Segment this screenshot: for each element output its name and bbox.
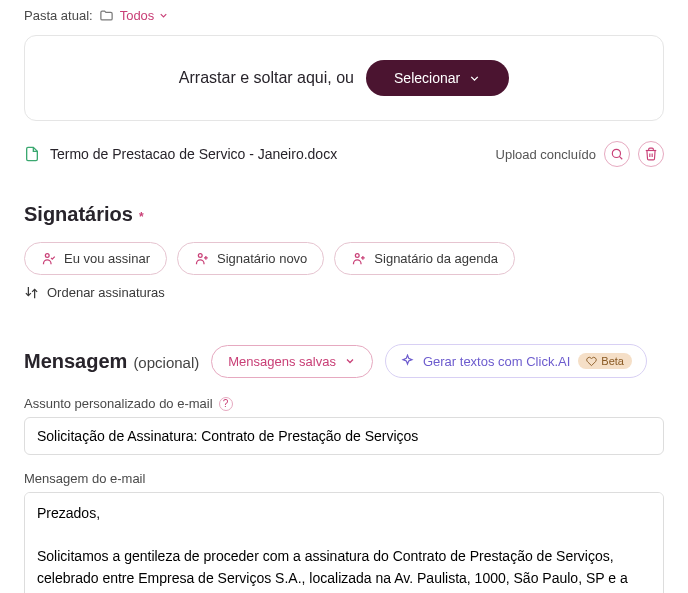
- select-button-label: Selecionar: [394, 70, 460, 86]
- subject-label-text: Assunto personalizado do e-mail: [24, 396, 213, 411]
- signatories-buttons: Eu vou assinar Signatário novo Signatári…: [24, 242, 664, 300]
- folder-icon: [99, 8, 114, 23]
- chevron-down-icon: [158, 10, 169, 21]
- body-textarea[interactable]: [24, 492, 664, 593]
- agenda-signatory-button[interactable]: Signatário da agenda: [334, 242, 515, 275]
- chevron-down-icon: [468, 72, 481, 85]
- delete-button[interactable]: [638, 141, 664, 167]
- required-indicator: *: [139, 210, 144, 224]
- subject-label: Assunto personalizado do e-mail ?: [24, 396, 664, 411]
- new-signatory-button[interactable]: Signatário novo: [177, 242, 324, 275]
- pill-label: Signatário da agenda: [374, 251, 498, 266]
- file-name: Termo de Prestacao de Servico - Janeiro.…: [50, 146, 337, 162]
- dropzone[interactable]: Arrastar e soltar aqui, ou Selecionar: [24, 35, 664, 121]
- chevron-down-icon: [344, 355, 356, 367]
- svg-point-6: [356, 254, 360, 258]
- folder-name: Todos: [120, 8, 155, 23]
- dropzone-text: Arrastar e soltar aqui, ou: [179, 69, 354, 87]
- document-icon: [24, 145, 40, 163]
- beta-badge: Beta: [578, 353, 632, 369]
- ai-label: Gerar textos com Click.AI: [423, 354, 570, 369]
- signatories-heading: Signatários: [24, 203, 133, 226]
- folder-label: Pasta atual:: [24, 8, 93, 23]
- upload-status: Upload concluído: [496, 147, 596, 162]
- select-file-button[interactable]: Selecionar: [366, 60, 509, 96]
- generate-ai-button[interactable]: Gerar textos com Click.AI Beta: [385, 344, 647, 378]
- body-label: Mensagem do e-mail: [24, 471, 664, 486]
- pill-label: Eu vou assinar: [64, 251, 150, 266]
- help-icon[interactable]: ?: [219, 397, 233, 411]
- svg-point-0: [612, 149, 620, 157]
- svg-line-1: [619, 156, 622, 159]
- message-header: Mensagem (opcional) Mensagens salvas Ger…: [24, 344, 664, 378]
- pill-label: Signatário novo: [217, 251, 307, 266]
- folder-breadcrumb: Pasta atual: Todos: [24, 8, 664, 23]
- saved-messages-label: Mensagens salvas: [228, 354, 336, 369]
- preview-button[interactable]: [604, 141, 630, 167]
- saved-messages-button[interactable]: Mensagens salvas: [211, 345, 373, 378]
- message-optional: (opcional): [133, 354, 199, 371]
- uploaded-file-row: Termo de Prestacao de Servico - Janeiro.…: [24, 141, 664, 167]
- beta-text: Beta: [601, 355, 624, 367]
- folder-selector[interactable]: Todos: [120, 8, 170, 23]
- i-will-sign-button[interactable]: Eu vou assinar: [24, 242, 167, 275]
- svg-point-3: [198, 254, 202, 258]
- message-heading: Mensagem: [24, 350, 127, 373]
- order-signatures-button[interactable]: Ordenar assinaturas: [24, 285, 165, 300]
- svg-point-2: [45, 254, 49, 258]
- order-label: Ordenar assinaturas: [47, 285, 165, 300]
- message-title: Mensagem (opcional): [24, 350, 199, 373]
- subject-input[interactable]: [24, 417, 664, 455]
- signatories-title: Signatários *: [24, 203, 664, 226]
- body-label-text: Mensagem do e-mail: [24, 471, 145, 486]
